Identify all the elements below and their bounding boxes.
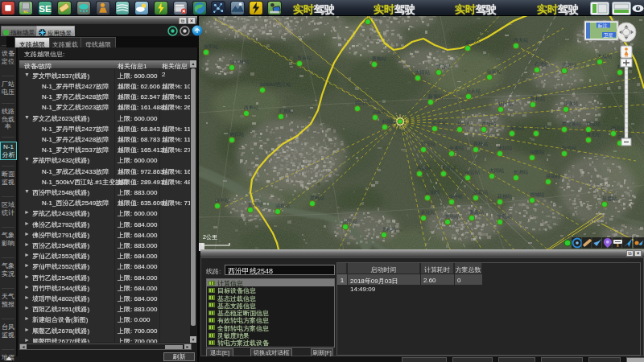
svg-text:深城站: 深城站 <box>510 125 524 131</box>
svg-text:南丰站: 南丰站 <box>215 198 229 204</box>
svg-text:金花站: 金花站 <box>247 202 262 208</box>
svg-text:学院站: 学院站 <box>497 213 512 220</box>
svg-text:黄埔站: 黄埔站 <box>425 190 440 195</box>
svg-text:茶花站: 茶花站 <box>417 166 431 171</box>
svg-text:5A4站: 5A4站 <box>449 194 463 200</box>
svg-text:真武站: 真武站 <box>465 40 480 46</box>
svg-text:大同站: 大同站 <box>489 167 504 174</box>
svg-text:增城站: 增城站 <box>530 192 544 198</box>
svg-text:1000kV西江站: 1000kV西江站 <box>260 82 291 88</box>
svg-text:勒流站: 勒流站 <box>586 121 601 127</box>
svg-text:番禺站: 番禺站 <box>469 209 484 216</box>
svg-text:楼富站: 楼富站 <box>487 68 502 75</box>
svg-text:石湾站: 石湾站 <box>534 61 549 68</box>
svg-text:高新站: 高新站 <box>373 109 387 115</box>
svg-text:SC: SC <box>23 10 28 14</box>
svg-text:镇田站: 镇田站 <box>497 101 513 107</box>
svg-text:东平站: 东平站 <box>204 43 218 50</box>
svg-text:朱坑站: 朱坑站 <box>497 145 512 151</box>
svg-text:龙江站: 龙江站 <box>534 125 548 131</box>
svg-text:新塘站: 新塘站 <box>428 93 443 100</box>
svg-text:官安站: 官安站 <box>421 141 436 147</box>
svg-text:科园站: 科园站 <box>382 119 397 125</box>
svg-text:大田站: 大田站 <box>415 69 430 76</box>
svg-text:北村站: 北村站 <box>382 226 396 232</box>
svg-text:卫星: 卫星 <box>604 32 613 38</box>
svg-text:杏坛站: 杏坛站 <box>481 121 496 127</box>
svg-text:陈村站: 陈村站 <box>530 96 545 102</box>
svg-text:新造站: 新造站 <box>562 145 576 151</box>
svg-text:艳石站: 艳石站 <box>229 131 244 138</box>
svg-text:西大站: 西大站 <box>514 37 528 43</box>
svg-text:乐从站: 乐从站 <box>466 88 481 94</box>
svg-text:育英站: 育英站 <box>297 55 312 61</box>
svg-text:大成站: 大成站 <box>597 53 612 60</box>
svg-text:联合站: 联合站 <box>436 64 451 70</box>
svg-text:基盛站: 基盛站 <box>602 196 617 202</box>
svg-text:清远站: 清远站 <box>562 62 576 68</box>
svg-text:半连站: 半连站 <box>448 146 464 151</box>
svg-text:泥兰站: 泥兰站 <box>343 218 357 224</box>
svg-text:SE: SE <box>39 3 52 14</box>
svg-text:从化站: 从化站 <box>421 210 436 216</box>
svg-text:春交换站: 春交换站 <box>562 121 581 127</box>
svg-text:容桂站: 容桂站 <box>473 141 488 147</box>
svg-text:锦田站: 锦田站 <box>354 100 369 106</box>
svg-text:发电站: 发电站 <box>310 195 324 201</box>
svg-text:汉溪站: 汉溪站 <box>564 101 578 107</box>
svg-text:天河站: 天河站 <box>441 166 456 171</box>
svg-text:标注: 标注 <box>597 23 608 29</box>
svg-text:西果站: 西果站 <box>244 105 258 111</box>
svg-text:长洲站: 长洲站 <box>514 170 528 175</box>
svg-text:2公里: 2公里 <box>203 234 217 240</box>
svg-text:光明站: 光明站 <box>444 214 460 220</box>
svg-text:莲花站: 莲花站 <box>473 190 488 195</box>
svg-text:汇东站: 汇东站 <box>279 108 293 114</box>
svg-text:海北站: 海北站 <box>586 131 601 138</box>
svg-text:花都站: 花都站 <box>497 194 512 200</box>
svg-text:马大林站: 马大林站 <box>229 59 249 65</box>
svg-text:松山站: 松山站 <box>457 121 472 127</box>
svg-text:白云站: 白云站 <box>465 170 480 175</box>
svg-text:伦教站: 伦教站 <box>530 150 544 155</box>
svg-text:清权站: 清权站 <box>275 204 290 209</box>
svg-text:青梅站: 青梅站 <box>372 56 386 62</box>
svg-text:基岗站: 基岗站 <box>546 174 560 179</box>
svg-text:德兴站: 德兴站 <box>611 125 625 131</box>
svg-text:狮子站: 狮子站 <box>432 120 447 126</box>
